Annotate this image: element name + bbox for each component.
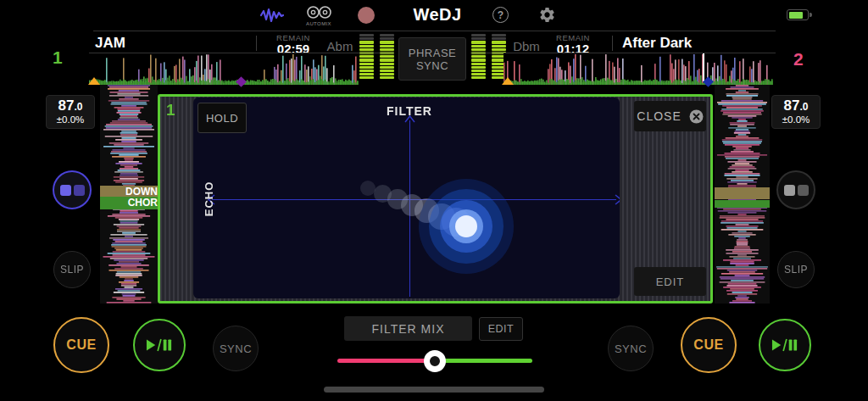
pad-icon: [74, 185, 85, 196]
deck1-phrase-band-down: DOWN: [100, 186, 158, 198]
deck2-phrase-band-2: [715, 200, 770, 208]
deck1-key: Abm: [323, 39, 357, 53]
deck1-tempo-range: ±0.0%: [47, 114, 94, 125]
touch-layer: [193, 97, 620, 298]
deck1-slip-button[interactable]: SLIP: [53, 251, 91, 288]
battery-fill: [789, 12, 803, 19]
deck2-number: 2: [793, 49, 804, 70]
battery-icon: [787, 9, 809, 20]
record-button[interactable]: [358, 7, 375, 24]
settings-gear-icon[interactable]: [538, 6, 556, 24]
deck2-tempo-range: ±0.0%: [772, 114, 820, 125]
filter-mix-button[interactable]: FILTER MIX: [344, 316, 472, 341]
deck2-pad-mode-button[interactable]: [776, 170, 815, 209]
deck2-level-meter: [471, 34, 506, 79]
deck1-phrase-band-chorus: CHOR: [100, 197, 158, 209]
deck2-cue-button[interactable]: CUE: [681, 317, 737, 373]
pad-icon: [798, 185, 809, 196]
phrase-sync-button[interactable]: PHRASE SYNC: [398, 37, 466, 81]
deck1-cue-button[interactable]: CUE: [53, 317, 109, 373]
battery-nub: [810, 13, 812, 17]
deck2-track-title: After Dark: [622, 35, 692, 52]
deck2-cue-marker: [502, 77, 514, 85]
close-icon: [689, 109, 704, 124]
deck2-play-pause-button[interactable]: [759, 319, 811, 371]
deck1-bpm: 87: [58, 97, 75, 114]
deck1-sync-button[interactable]: SYNC: [213, 326, 259, 371]
pad-icon: [784, 185, 795, 196]
hold-button[interactable]: HOLD: [198, 103, 247, 133]
deck1-play-pause-button[interactable]: [133, 319, 186, 371]
pad-icon: [60, 185, 71, 196]
deck2-playhead: [703, 53, 704, 81]
deck2-overview-waveform[interactable]: [504, 53, 773, 85]
fx-panel-deck-number: 1: [166, 101, 175, 120]
crossfader-track-left[interactable]: [337, 359, 435, 363]
fx-edit-button[interactable]: EDIT: [634, 267, 706, 296]
automix-button[interactable]: AUTOMIX: [305, 5, 332, 27]
play-pause-icon: [771, 337, 798, 353]
deck1-bpm-display[interactable]: 87.0 ±0.0%: [46, 95, 95, 129]
automix-icon: [305, 5, 332, 19]
deck2-sync-button[interactable]: SYNC: [608, 326, 654, 371]
deck1-track-title: JAM: [95, 35, 125, 52]
deck1-cue-marker: [88, 77, 100, 85]
waveform-view-icon[interactable]: [260, 8, 284, 23]
fx-close-button[interactable]: CLOSE: [634, 101, 706, 131]
deck2-bpm-display[interactable]: 87.0 ±0.0%: [771, 95, 821, 129]
deck2-bpm: 87: [784, 97, 800, 114]
deck2-key: Dbm: [509, 39, 544, 53]
phrase-sync-line1: PHRASE: [409, 47, 456, 59]
deck1-pad-mode-button[interactable]: [53, 170, 92, 209]
app-title: WeDJ: [407, 5, 468, 25]
deck1-level-meter: [359, 34, 394, 79]
crossfader-track-right[interactable]: [435, 359, 532, 363]
wedj-app: AUTOMIX WeDJ ? 1 2 JAM REMAIN 02:59 Abm …: [0, 0, 868, 401]
phrase-sync-line2: SYNC: [416, 59, 448, 72]
home-indicator[interactable]: [324, 387, 544, 393]
deck1-overview-waveform[interactable]: [89, 53, 359, 85]
fx-xy-pad[interactable]: FILTER ECHO HOLD: [193, 97, 620, 298]
automix-label: AUTOMIX: [305, 21, 332, 26]
crossfader-knob[interactable]: [424, 350, 446, 372]
deck1-number: 1: [53, 47, 63, 68]
deck2-slip-button[interactable]: SLIP: [777, 251, 815, 288]
fx-edit-bottom-button[interactable]: EDIT: [479, 317, 523, 341]
deck2-phrase-band: [715, 187, 770, 199]
play-pause-icon: [146, 337, 173, 353]
help-icon[interactable]: ?: [492, 7, 509, 23]
